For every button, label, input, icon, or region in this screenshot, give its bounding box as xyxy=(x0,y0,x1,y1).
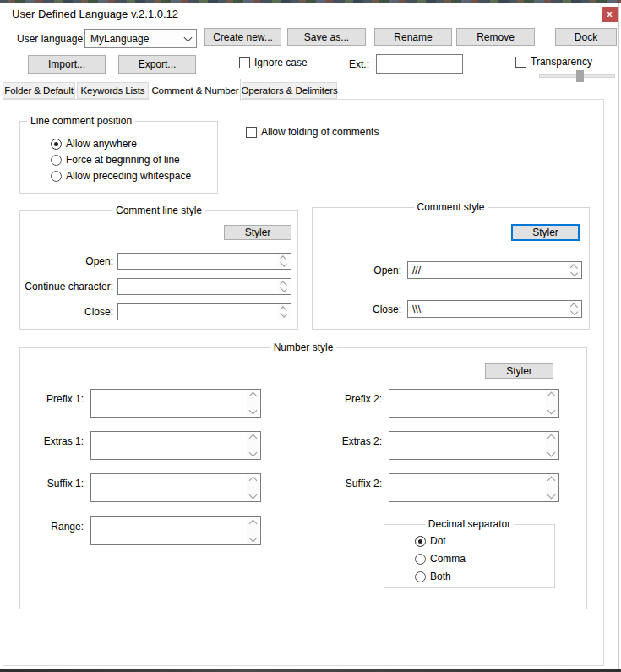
spin-down-icon[interactable] xyxy=(570,269,578,276)
spin-down-icon[interactable] xyxy=(547,407,556,415)
spin-up-icon[interactable] xyxy=(249,434,258,443)
ignore-case-checkbox[interactable]: Ignore case xyxy=(239,57,308,68)
remove-button[interactable]: Remove xyxy=(456,28,535,46)
spin-down-icon[interactable] xyxy=(249,491,258,500)
spin-down-icon[interactable] xyxy=(280,285,286,292)
radio-force-beginning[interactable]: Force at beginning of line xyxy=(51,155,180,166)
rename-button[interactable]: Rename xyxy=(374,28,452,46)
prefix2-label: Prefix 2: xyxy=(319,393,382,405)
radio-preceding-whitespace[interactable]: Allow preceding whitespace xyxy=(51,171,191,182)
spinner xyxy=(568,302,580,316)
number-styler-button[interactable]: Styler xyxy=(485,363,553,379)
transparency-checkbox[interactable]: Transparency xyxy=(515,57,592,68)
radio-dot[interactable]: Dot xyxy=(415,536,446,547)
line-comment-position-title: Line comment position xyxy=(27,115,135,127)
window-bottom-border xyxy=(0,669,621,672)
radio-label: Comma xyxy=(430,554,466,565)
spin-down-icon[interactable] xyxy=(547,449,556,457)
extras1-field[interactable] xyxy=(90,431,261,460)
transparency-label: Transparency xyxy=(531,57,592,68)
spin-up-icon[interactable] xyxy=(249,392,258,401)
save-as-button[interactable]: Save as... xyxy=(287,28,366,46)
checkbox-icon xyxy=(239,57,250,68)
spin-up-icon[interactable] xyxy=(249,477,258,485)
radio-icon xyxy=(51,155,62,166)
comment-line-open-field[interactable] xyxy=(117,253,291,270)
suffix1-field[interactable] xyxy=(90,473,261,502)
spinner xyxy=(247,391,259,416)
transparency-slider-thumb[interactable] xyxy=(576,70,584,82)
field-value: /// xyxy=(412,265,421,276)
tab-comment-number[interactable]: Comment & Number xyxy=(150,79,241,101)
suffix1-label: Suffix 1: xyxy=(20,478,84,489)
field-value: \\\ xyxy=(412,303,421,315)
extras2-field[interactable] xyxy=(389,431,559,460)
spin-down-icon[interactable] xyxy=(570,308,578,315)
ext-input[interactable] xyxy=(376,54,463,74)
radio-both[interactable]: Both xyxy=(415,571,451,582)
spinner xyxy=(277,305,290,319)
spinner xyxy=(568,263,580,277)
dock-button[interactable]: Dock xyxy=(555,28,617,46)
radio-icon xyxy=(51,171,62,182)
user-defined-language-dialog: User Defined Language v.2.1.0.12 x User … xyxy=(0,0,621,672)
spin-up-icon[interactable] xyxy=(249,520,258,528)
spin-down-icon[interactable] xyxy=(249,449,258,457)
close-icon[interactable]: x xyxy=(602,7,618,22)
radio-label: Both xyxy=(430,571,451,582)
spinner xyxy=(277,280,290,293)
window-title: User Defined Language v.2.1.0.12 xyxy=(12,8,178,20)
range-label: Range: xyxy=(20,521,84,533)
comment-line-styler-button[interactable]: Styler xyxy=(224,225,291,240)
comment-line-style-title: Comment line style xyxy=(112,205,205,216)
comment-styler-button[interactable]: Styler xyxy=(511,224,580,241)
spin-up-icon[interactable] xyxy=(547,477,556,485)
comment-style-title: Comment style xyxy=(413,201,488,213)
radio-comma[interactable]: Comma xyxy=(415,554,466,565)
extras2-label: Extras 2: xyxy=(319,435,382,447)
spin-up-icon[interactable] xyxy=(547,392,556,401)
extras1-label: Extras 1: xyxy=(20,435,84,447)
comment-line-continue-field[interactable] xyxy=(117,278,291,295)
spin-down-icon[interactable] xyxy=(249,407,258,415)
spin-up-icon[interactable] xyxy=(547,434,556,443)
chevron-down-icon xyxy=(184,33,193,41)
tab-folder-default[interactable]: Folder & Default xyxy=(3,82,75,99)
language-select-value: MyLanguage xyxy=(90,33,185,45)
comment-open-field[interactable]: /// xyxy=(407,261,582,279)
spin-down-icon[interactable] xyxy=(280,310,286,317)
create-new-button[interactable]: Create new... xyxy=(204,28,281,46)
radio-label: Allow preceding whitespace xyxy=(66,171,191,182)
spin-down-icon[interactable] xyxy=(280,260,286,266)
tab-keywords-lists[interactable]: Keywords Lists xyxy=(77,82,149,99)
open-label: Open: xyxy=(20,255,113,267)
close-label: Close: xyxy=(313,303,401,315)
radio-icon xyxy=(415,571,426,582)
ext-label: Ext.: xyxy=(349,58,369,70)
spinner xyxy=(277,254,290,268)
open-label: Open: xyxy=(313,265,401,276)
comment-close-field[interactable]: \\\ xyxy=(407,300,582,318)
tab-operators-delimiters[interactable]: Operators & Delimiters xyxy=(242,82,337,99)
decimal-separator-group: Decimal separator Dot Comma Both xyxy=(384,524,555,588)
close-label: Close: xyxy=(20,306,113,318)
spin-down-icon[interactable] xyxy=(547,491,556,500)
spin-down-icon[interactable] xyxy=(249,534,258,543)
allow-folding-checkbox[interactable]: Allow folding of comments xyxy=(246,127,379,138)
prefix2-field[interactable] xyxy=(389,389,559,418)
prefix1-field[interactable] xyxy=(90,389,261,418)
spinner xyxy=(247,518,259,544)
radio-allow-anywhere[interactable]: Allow anywhere xyxy=(51,139,137,150)
export-button[interactable]: Export... xyxy=(118,55,196,74)
range-field[interactable] xyxy=(90,516,261,545)
number-style-group: Number style Styler Prefix 1: Extras 1: … xyxy=(19,347,587,609)
number-style-title: Number style xyxy=(270,341,337,353)
spinner xyxy=(247,433,259,458)
decimal-separator-title: Decimal separator xyxy=(425,518,514,530)
language-select[interactable]: MyLanguage xyxy=(84,29,197,48)
comment-style-group: Comment style Styler Open: /// Close: \\… xyxy=(312,207,590,330)
import-button[interactable]: Import... xyxy=(28,55,106,74)
comment-line-close-field[interactable] xyxy=(117,303,291,320)
checkbox-icon xyxy=(515,57,526,68)
suffix2-field[interactable] xyxy=(389,473,559,502)
